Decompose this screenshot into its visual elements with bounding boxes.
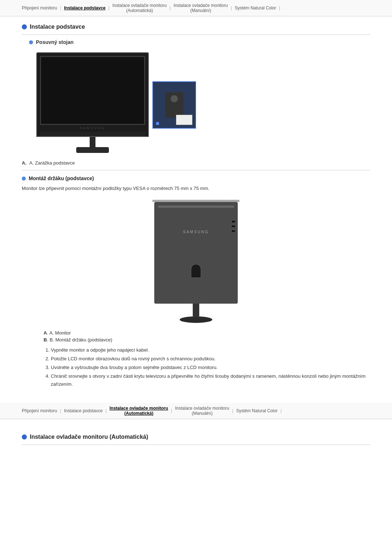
back-panel-top-bar (158, 206, 234, 208)
steps-list: Vypněte monitor a odpojte jeho napájecí … (51, 346, 370, 388)
back-ports-area (231, 220, 236, 232)
port-1 (231, 220, 236, 223)
divider-3 (22, 445, 370, 445)
bottom-nav-sep-5: | (281, 408, 282, 413)
step-1: Vypněte monitor a odpojte jeho napájecí … (51, 346, 370, 354)
back-monitor-wrapper: SAMSUNG (22, 200, 370, 323)
bottom-nav-link-pripojeni[interactable]: Připojení monitoru (22, 408, 57, 413)
monitor-screen (40, 56, 145, 125)
bottom-nav-sep-4: | (232, 408, 233, 413)
nav-link-ovladace-auto[interactable]: Instalace ovladače monitoru(Automatická) (113, 3, 167, 13)
page-main-title: Instalace podstavce (30, 24, 85, 30)
back-btn-2 (197, 297, 201, 299)
nav-sep-4: | (231, 5, 232, 11)
montaz-body-text: Monitor lze připevnit pomocí montážní po… (22, 185, 370, 193)
monitor-bottom-bezel (40, 132, 145, 136)
back-mount-hole (191, 264, 201, 278)
step-4: Chránič srovnejte s otvory v zadní části… (51, 372, 370, 388)
blue-circle-icon-2 (22, 434, 27, 439)
top-nav-bar: Připojení monitoru | Instalace podstavce… (0, 0, 392, 16)
bottom-nav-sep-2: | (106, 408, 107, 413)
montaz-section: Montáž držáku (podstavce) Monitor lze př… (22, 175, 370, 388)
back-mount-area (191, 264, 201, 278)
nav-sep-1: | (60, 5, 61, 11)
nav-link-ovladace-manual[interactable]: Instalace ovladače monitoru(Manuální) (173, 3, 228, 13)
label-list: A. A. Monitor B. B. Montáž držáku (podst… (44, 330, 370, 343)
back-stand-neck (193, 304, 199, 316)
back-buttons-area (191, 297, 201, 299)
nav-link-instalace-podstavce[interactable]: Instalace podstavce (64, 5, 106, 11)
caption-a: A. A. Zarážka podstavce (22, 160, 370, 166)
nav-link-pripojeni[interactable]: Připojení monitoru (22, 5, 57, 11)
side-detail-accent (156, 122, 159, 125)
bottom-nav-link-ovladace-auto[interactable]: Instalace ovladače monitoru(Automatická) (110, 406, 168, 416)
back-monitor-outer: SAMSUNG (152, 200, 240, 323)
nav-sep-2: | (109, 5, 110, 11)
step-3: Uvolněte a vyšroubujte dva šrouby a poto… (51, 364, 370, 372)
nav-sep-5: | (279, 5, 280, 11)
label-a: A. A. Monitor (44, 330, 370, 336)
back-panel: SAMSUNG (154, 202, 238, 304)
monitor-stand-neck (90, 137, 95, 147)
step-2: Položte LCD monitor obrazovkou dolů na r… (51, 355, 370, 363)
page-content: Instalace podstavce Posuvný stojan SAMSU… (0, 16, 392, 464)
bottom-nav-bar: Připojení monitoru | Instalace podstavce… (0, 403, 392, 419)
posuvny-stojan-title: Posuvný stojan (36, 39, 73, 45)
instalace-podstavce-section: Instalace podstavce (22, 24, 370, 30)
blue-circle-small-icon-1 (29, 40, 33, 44)
bottom-main-title: Instalace ovladače monitoru (Automatická… (30, 434, 148, 440)
side-detail-knob (171, 95, 178, 102)
back-stand-base (180, 316, 212, 323)
divider-2 (22, 170, 370, 170)
monitor-brand-label: SAMSUNG (40, 125, 145, 131)
bottom-nav-link-ovladace-manual[interactable]: Instalace ovladače monitoru(Manuální) (175, 406, 229, 416)
bottom-nav-link-system-natural-color[interactable]: Systém Natural Color (236, 408, 278, 413)
bottom-nav-sep-1: | (60, 408, 61, 413)
monitor-frame: SAMSUNG (36, 52, 149, 137)
blue-circle-icon (22, 24, 27, 29)
nav-sep-3: | (170, 5, 171, 11)
bottom-section-title-row: Instalace ovladače monitoru (Automatická… (22, 434, 370, 440)
back-brand-text: SAMSUNG (183, 230, 209, 234)
label-b: B. B. Montáž držáku (podstavce) (44, 337, 370, 343)
bottom-nav-link-instalace-podstavce[interactable]: Instalace podstavce (64, 408, 103, 413)
side-detail-container (152, 81, 196, 129)
nav-link-system-natural-color[interactable]: Systém Natural Color (235, 5, 276, 11)
side-detail-image (152, 81, 196, 129)
label-b-text: B. Montáž držáku (podstavce) (50, 337, 113, 343)
monitor-image-container: SAMSUNG (36, 52, 370, 153)
montaz-title-row: Montáž držáku (podstavce) (22, 175, 370, 181)
divider-1 (22, 35, 370, 35)
label-a-text: A. Monitor (49, 330, 71, 336)
monitor-illustration: SAMSUNG (36, 52, 149, 153)
blue-circle-small-icon-2 (22, 177, 26, 181)
port-2 (231, 225, 236, 228)
posuvny-stojan-title-row: Posuvný stojan (29, 39, 370, 45)
side-detail-stand (165, 92, 183, 118)
bottom-nav-sep-3: | (171, 408, 172, 413)
back-top-texture (152, 200, 240, 202)
caption-a-text: A. Zarážka podstavce (29, 160, 75, 166)
bottom-section: Instalace ovladače monitoru (Automatická… (22, 434, 370, 445)
montaz-title: Montáž držáku (podstavce) (29, 175, 94, 181)
monitor-stand-base (76, 147, 109, 153)
side-detail-white-piece (176, 115, 192, 125)
port-3 (231, 230, 236, 232)
back-btn-1 (191, 297, 195, 299)
posuvny-stojan-subsection: Posuvný stojan (29, 39, 370, 45)
